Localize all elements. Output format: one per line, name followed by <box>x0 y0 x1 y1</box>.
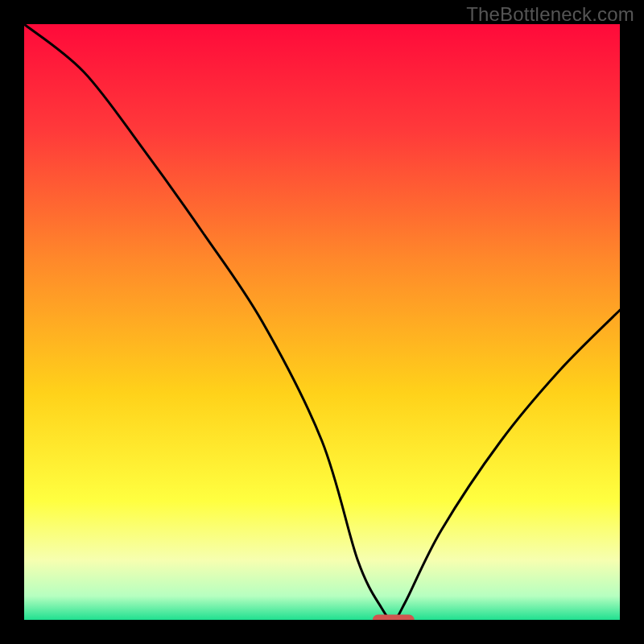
plot-area <box>24 24 620 620</box>
optimum-marker <box>373 615 415 621</box>
plot-svg <box>24 24 620 620</box>
chart-frame: TheBottleneck.com <box>0 0 644 644</box>
watermark-text: TheBottleneck.com <box>466 3 634 26</box>
gradient-background <box>24 24 620 620</box>
